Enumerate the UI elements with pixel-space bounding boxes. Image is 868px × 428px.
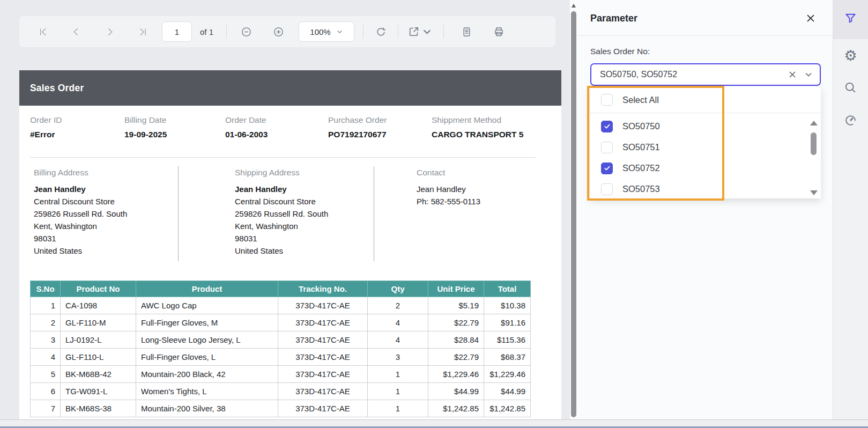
shipping-address: Shipping Address Jean Handley Central Di…	[235, 168, 369, 257]
report-viewer-area: of 1 100% Sales Order	[0, 0, 570, 419]
table-header-row: S.No Product No Product Tracking No. Qty…	[31, 281, 531, 297]
next-page-button[interactable]	[102, 24, 117, 39]
order-items-table: S.No Product No Product Tracking No. Qty…	[30, 281, 531, 417]
billing-date-field: Billing Date 19-09-2025	[124, 115, 167, 139]
clear-x-icon	[788, 70, 797, 79]
plus-circle-icon	[273, 26, 284, 38]
order-id-field: Order ID #Error	[30, 115, 62, 139]
document-icon	[461, 26, 472, 38]
shipment-method-field: Shippment Method CARGO TRANSPORT 5	[432, 115, 523, 139]
last-page-icon	[137, 26, 149, 38]
toolbar: of 1 100%	[19, 16, 555, 47]
panel-title: Parameter	[590, 13, 637, 24]
report-title: Sales Order	[30, 83, 84, 94]
page-number-input[interactable]	[162, 21, 192, 42]
chevron-down-icon	[421, 26, 433, 38]
previous-page-button[interactable]	[69, 24, 84, 39]
table-row: 5 BK-M68B-42 Mountain-200 Black, 42 373D…	[31, 366, 531, 383]
option-SO50750[interactable]: SO50750	[590, 116, 821, 137]
sales-order-dropdown-list: Select All SO50750 SO50751 SO50752	[590, 87, 821, 198]
zoom-level-select[interactable]: 100%	[299, 21, 354, 42]
search-button[interactable]	[833, 79, 868, 95]
select-all-checkbox[interactable]	[601, 94, 613, 106]
table-row: 4 GL-F110-L Full-Finger Gloves, L 373D-4…	[31, 349, 531, 366]
toolbar-separator	[443, 25, 444, 39]
parameters-tab-active[interactable]	[833, 0, 868, 39]
toolbar-separator	[226, 25, 227, 39]
table-row: 3 LJ-0192-L Long-Sleeve Logo Jersey, L 3…	[31, 331, 531, 349]
chevron-left-icon	[71, 26, 82, 38]
search-icon	[844, 81, 857, 94]
address-divider	[178, 166, 179, 261]
checkbox-checked[interactable]	[601, 163, 613, 174]
first-page-icon	[38, 26, 49, 38]
option-list: SO50750 SO50751 SO50752 SO50753	[590, 113, 821, 200]
parameter-panel-header: Parameter	[577, 0, 833, 36]
table-row: 6 TG-W091-L Women's Tights, L 373D-417C-…	[31, 383, 531, 400]
first-page-button[interactable]	[35, 24, 50, 39]
gauge-icon	[844, 114, 857, 127]
scroll-up-arrow-icon[interactable]	[810, 121, 818, 126]
table-row: 1 CA-1098 AWC Logo Cap 373D-417C-AE 2 $5…	[31, 297, 531, 314]
select-all-option[interactable]: Select All	[590, 87, 821, 113]
sales-order-multiselect-input[interactable]: SO50750, SO50752	[590, 63, 821, 86]
chevron-down-icon	[336, 28, 343, 35]
scrollbar-thumb[interactable]	[571, 11, 576, 417]
print-button[interactable]	[491, 24, 506, 39]
checkbox-unchecked[interactable]	[601, 183, 613, 195]
parameter-field-label: Sales Order No:	[590, 47, 650, 56]
close-icon	[805, 13, 816, 24]
horizontal-scrollbar-track[interactable]	[0, 419, 868, 428]
dropdown-toggle-button[interactable]	[800, 67, 817, 83]
checkbox-unchecked[interactable]	[601, 142, 613, 153]
option-SO50752[interactable]: SO50752	[590, 158, 821, 179]
dropdown-scrollbar[interactable]	[810, 116, 818, 196]
option-SO50751[interactable]: SO50751	[590, 137, 821, 158]
parameter-panel: Parameter Sales Order No: SO50750, SO507…	[577, 0, 833, 419]
page-count-label: of 1	[200, 27, 213, 36]
zoom-out-button[interactable]	[239, 24, 254, 39]
chevron-down-icon	[804, 70, 813, 79]
page-setup-button[interactable]	[459, 24, 474, 39]
refresh-icon	[375, 26, 387, 38]
close-panel-button[interactable]	[804, 12, 818, 26]
purchase-order-field: Purchase Order PO7192170677	[328, 115, 387, 139]
report-page: Sales Order Order ID #Error Billing Date…	[19, 70, 561, 419]
scroll-down-arrow-icon[interactable]	[810, 190, 818, 195]
icon-sidebar: ⚙	[833, 0, 868, 428]
toolbar-separator	[363, 25, 363, 39]
checkbox-checked[interactable]	[601, 121, 613, 132]
minus-circle-icon	[241, 26, 252, 38]
performance-button[interactable]	[833, 112, 868, 128]
checkmark-icon	[603, 164, 611, 172]
contact-info: Contact Jean Handley Ph: 582-555-0113	[417, 168, 551, 208]
export-button[interactable]	[408, 24, 433, 39]
viewer-vertical-scrollbar[interactable]	[570, 0, 577, 419]
gear-icon: ⚙	[844, 48, 857, 63]
chevron-right-icon	[104, 26, 115, 38]
order-date-field: Order Date 01-06-2003	[225, 115, 268, 139]
print-icon	[493, 26, 505, 38]
table-row: 2 GL-F110-M Full-Finger Gloves, M 373D-4…	[31, 314, 531, 331]
filter-icon	[844, 12, 857, 27]
scrollbar-thumb[interactable]	[811, 132, 817, 155]
report-title-band: Sales Order	[19, 70, 561, 106]
toolbar-separator	[398, 25, 398, 39]
table-row: 7 BK-M68S-38 Mountain-200 Silver, 38 373…	[31, 400, 531, 417]
export-icon	[408, 26, 420, 38]
last-page-button[interactable]	[135, 24, 150, 39]
option-SO50753[interactable]: SO50753	[590, 179, 821, 200]
section-divider	[30, 157, 536, 158]
address-divider	[374, 166, 374, 261]
settings-button[interactable]: ⚙	[833, 47, 868, 63]
refresh-button[interactable]	[373, 24, 388, 39]
clear-selection-button[interactable]	[784, 67, 800, 83]
billing-address: Billing Address Jean Handley Central Dis…	[34, 168, 168, 257]
zoom-in-button[interactable]	[271, 24, 286, 39]
checkmark-icon	[603, 122, 611, 130]
scroll-up-arrow-icon[interactable]	[572, 4, 576, 8]
multiselect-value: SO50750, SO50752	[591, 70, 784, 79]
zoom-level-value: 100%	[310, 27, 330, 36]
